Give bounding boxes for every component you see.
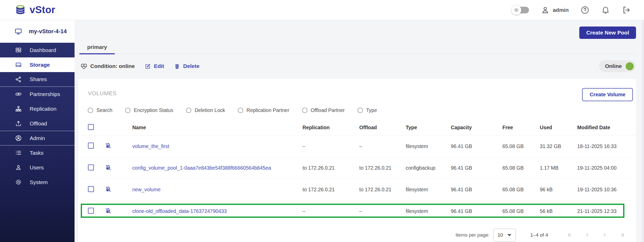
filter-offload-partner[interactable]: Offload Partner — [302, 107, 345, 113]
filter-label: Encryption Status — [134, 107, 173, 113]
items-per-page-select[interactable]: 10 — [493, 229, 516, 241]
delete-pool-button[interactable]: Delete — [174, 63, 199, 70]
pool-status-badge: Online — [599, 60, 636, 72]
table-row: volume_the_first – – filesystem 96.41 GB… — [78, 135, 636, 157]
volume-name-link[interactable]: volume_the_first — [132, 143, 169, 149]
pool-tabbar: primary — [78, 44, 636, 54]
col-type: Type — [406, 125, 451, 131]
sidebar-item-tasks[interactable]: Tasks — [0, 145, 75, 160]
sidebar-item-partnerships[interactable]: Partnerships — [0, 87, 75, 101]
cell-replication: to 172.26.0.21 — [303, 187, 359, 193]
edit-pool-button[interactable]: Edit — [145, 63, 164, 70]
create-volume-button[interactable]: Create Volume — [582, 88, 633, 101]
table-pagination: Items per page: 10 1–4 of 4 — [78, 229, 636, 241]
col-name: Name — [132, 125, 303, 131]
help-icon[interactable] — [581, 6, 589, 14]
radio-icon[interactable] — [238, 108, 243, 113]
items-per-page-label: Items per page: — [455, 232, 490, 238]
logout-icon[interactable] — [622, 6, 631, 14]
logo-text: vStor — [30, 4, 55, 15]
radio-icon[interactable] — [186, 108, 191, 113]
select-all-checkbox[interactable] — [88, 124, 94, 130]
filter-encryption-status[interactable]: Encryption Status — [125, 107, 173, 113]
row-checkbox[interactable] — [88, 208, 94, 214]
user-icon — [541, 6, 550, 14]
filter-label: Replication Partner — [247, 107, 289, 113]
table-row: config_volume_pool_1-0aaa7e843be54f388f6… — [78, 157, 636, 179]
filter-label: Search — [96, 107, 112, 113]
edit-label: Edit — [154, 63, 164, 69]
sidebar-item-system[interactable]: System — [0, 175, 75, 189]
first-page-icon[interactable] — [567, 232, 574, 238]
cell-type: filesystem — [406, 143, 451, 149]
cell-free: 65.08 GB — [502, 187, 540, 193]
vstor-logo-icon — [15, 4, 26, 16]
col-modified-date: Modified Date — [577, 125, 636, 131]
radio-icon[interactable] — [302, 108, 307, 113]
filter-type[interactable]: Type — [357, 107, 377, 113]
sidebar-item-admin[interactable]: Admin — [0, 131, 75, 145]
pagination-range-label: 1–4 of 4 — [530, 232, 548, 238]
row-checkbox[interactable] — [88, 186, 94, 192]
cell-free: 65.08 GB — [502, 143, 540, 149]
cell-modified-date: 19-11-2025 10:36 — [577, 187, 636, 193]
create-new-pool-button[interactable]: Create New Pool — [579, 27, 636, 39]
users-icon — [15, 164, 22, 171]
sidebar-item-dashboard[interactable]: Dashboard — [0, 43, 75, 57]
sidebar-item-label: Offload — [30, 120, 47, 127]
delete-label: Delete — [183, 63, 199, 69]
filter-replication-partner[interactable]: Replication Partner — [238, 107, 289, 113]
user-menu[interactable]: admin — [541, 6, 569, 14]
radio-icon[interactable] — [88, 108, 93, 113]
last-page-icon[interactable] — [618, 232, 625, 238]
health-heart-icon — [80, 63, 87, 70]
monitor-icon — [14, 28, 22, 35]
cell-type: configbackup — [406, 165, 451, 171]
sidebar-item-offload[interactable]: Offload — [0, 116, 75, 131]
cell-free: 65.08 GB — [502, 208, 540, 214]
volume-name-link[interactable]: clone-old_offloaded_data-1763724790433 — [132, 208, 227, 214]
cell-offload: to 172.26.0.21 — [359, 187, 406, 193]
filter-label: Offload Partner — [311, 107, 345, 113]
sidebar-item-shares[interactable]: Shares — [0, 72, 75, 87]
cell-replication: – — [303, 143, 359, 149]
sidebar-item-label: Dashboard — [30, 47, 56, 53]
next-page-icon[interactable] — [601, 232, 608, 238]
sidebar-item-storage[interactable]: Storage — [0, 57, 75, 72]
scrollbar-track[interactable] — [642, 20, 644, 242]
volume-name-link[interactable]: config_volume_pool_1-0aaa7e843be54f388f6… — [132, 165, 271, 171]
sidebar-item-label: Replication — [30, 106, 56, 112]
sidebar: my-vStor-4-14 Dashboard Storage — [0, 20, 75, 242]
filter-label: Deletion Lock — [195, 107, 225, 113]
tab-primary[interactable]: primary — [79, 44, 115, 54]
filter-deletion-lock[interactable]: Deletion Lock — [186, 107, 225, 113]
filter-label: Type — [366, 107, 377, 113]
cell-type: filesystem — [406, 187, 451, 193]
delete-trash-icon — [174, 63, 180, 70]
sidebar-item-label: Storage — [30, 62, 50, 68]
sidebar-item-label: Admin — [30, 135, 45, 141]
sidebar-item-label: System — [30, 179, 48, 185]
theme-toggle[interactable] — [513, 7, 529, 13]
sidebar-item-replication[interactable]: Replication — [0, 101, 75, 116]
replication-icon — [15, 105, 22, 112]
row-checkbox[interactable] — [88, 143, 94, 149]
theme-knob-gear-icon — [511, 5, 521, 15]
volume-name-link[interactable]: new_volume — [132, 187, 160, 192]
items-per-page-value: 10 — [498, 232, 503, 238]
cell-used: 56 kB — [540, 208, 577, 214]
cell-capacity: 96.41 GB — [451, 143, 502, 149]
radio-icon[interactable] — [125, 108, 131, 113]
previous-page-icon[interactable] — [584, 232, 591, 238]
filter-search[interactable]: Search — [88, 107, 112, 113]
sidebar-item-users[interactable]: Users — [0, 160, 75, 175]
row-checkbox[interactable] — [88, 165, 94, 170]
cell-offload: – — [359, 208, 406, 214]
notifications-bell-icon[interactable] — [601, 6, 610, 14]
sidebar-system-name[interactable]: my-vStor-4-14 — [0, 20, 75, 43]
radio-icon[interactable] — [357, 108, 363, 113]
table-row: new_volume to 172.26.0.21 to 172.26.0.21… — [78, 179, 636, 200]
col-offload: Offload — [359, 125, 406, 131]
cell-modified-date: 19-11-2025 04:00 — [577, 165, 636, 171]
sidebar-item-label: Shares — [30, 76, 47, 82]
